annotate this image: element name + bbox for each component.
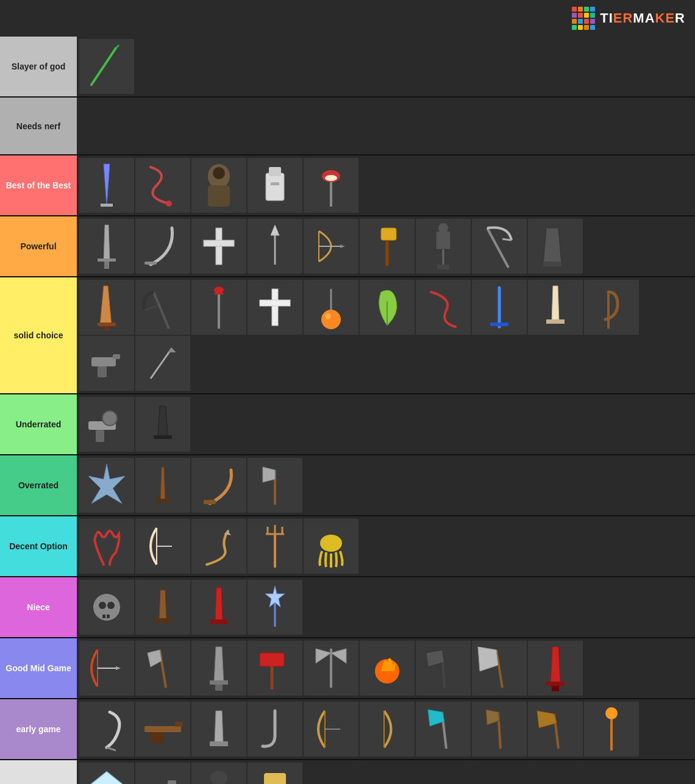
item-bow-arrow[interactable] (304, 219, 358, 274)
item-sickle[interactable] (79, 702, 134, 757)
item-spike-star[interactable] (79, 458, 134, 513)
item-curved-sword[interactable] (135, 219, 190, 274)
svg-rect-66 (155, 499, 170, 502)
svg-rect-83 (107, 615, 110, 618)
item-golden-hammer[interactable] (360, 219, 415, 274)
item-pistol[interactable] (79, 336, 134, 391)
svg-rect-27 (436, 231, 451, 249)
item-big-axe[interactable] (472, 641, 527, 696)
tier-items-powerful (77, 216, 695, 276)
svg-rect-114 (151, 732, 163, 743)
item-red-antler[interactable] (79, 519, 134, 574)
item-wood-bow[interactable] (304, 702, 358, 757)
item-diamond-cube[interactable] (79, 763, 134, 784)
item-green-feather[interactable] (360, 280, 415, 335)
item-red-staff[interactable] (191, 280, 246, 335)
item-cross-axe[interactable] (304, 641, 358, 696)
item-trident[interactable] (248, 519, 302, 574)
item-blue-saber[interactable] (472, 280, 527, 335)
item-grey-sword2[interactable] (191, 641, 246, 696)
item-mallet[interactable] (248, 763, 302, 784)
item-brown-dagger2[interactable] (135, 580, 190, 635)
item-arrow-stick[interactable] (135, 336, 190, 391)
svg-rect-97 (215, 685, 223, 691)
tier-items-utility (77, 760, 695, 784)
item-spear[interactable] (248, 219, 302, 274)
svg-marker-125 (537, 711, 557, 728)
tier-label-slayer: Slayer of god (0, 37, 77, 96)
svg-point-7 (213, 167, 225, 179)
item-grey-sword[interactable] (79, 219, 134, 274)
item-rifle[interactable] (135, 702, 190, 757)
item-fire-orb[interactable] (360, 641, 415, 696)
svg-rect-3 (101, 204, 113, 207)
svg-rect-56 (98, 366, 107, 377)
svg-marker-108 (551, 647, 560, 683)
svg-rect-10 (271, 182, 279, 185)
svg-marker-14 (104, 225, 110, 262)
item-green-staff[interactable] (79, 39, 134, 94)
svg-point-28 (438, 223, 448, 233)
item-scythe[interactable] (472, 219, 527, 274)
item-red-whip[interactable] (416, 280, 471, 335)
item-cyan-axe[interactable] (416, 702, 471, 757)
item-dark-scythe[interactable] (135, 280, 190, 335)
item-hook[interactable] (248, 702, 302, 757)
item-blue-star-wand[interactable] (248, 580, 302, 635)
item-bone-sword[interactable] (528, 280, 583, 335)
item-white-cross[interactable] (191, 219, 246, 274)
item-old-pistol[interactable] (135, 763, 190, 784)
item-brown-axe[interactable] (472, 702, 527, 757)
item-bow2[interactable] (79, 641, 134, 696)
svg-marker-35 (100, 286, 112, 326)
item-brown-axe2[interactable] (528, 702, 583, 757)
item-snake-blade2[interactable] (191, 519, 246, 574)
tier-row-utility: Utility (0, 760, 695, 784)
svg-point-80 (99, 602, 106, 609)
item-white-knight[interactable] (248, 158, 302, 213)
item-red-sword2[interactable] (528, 641, 583, 696)
svg-point-47 (325, 313, 331, 319)
item-mushroom-staff[interactable] (304, 158, 358, 213)
item-dark-axe[interactable] (416, 641, 471, 696)
item-string-bow[interactable] (360, 702, 415, 757)
svg-marker-129 (91, 772, 122, 784)
item-red-knife[interactable] (191, 580, 246, 635)
item-red-hammer[interactable] (248, 641, 302, 696)
svg-rect-30 (437, 265, 449, 269)
item-orange-ball[interactable] (304, 280, 358, 335)
item-blue-blade[interactable] (79, 158, 134, 213)
item-skull-bomb[interactable] (79, 580, 134, 635)
svg-marker-86 (215, 588, 223, 621)
svg-line-111 (107, 747, 116, 750)
item-orange-staff[interactable] (584, 702, 639, 757)
item-chain-puppet[interactable] (416, 219, 471, 274)
item-dark-knife[interactable] (528, 219, 583, 274)
svg-marker-101 (316, 649, 331, 663)
item-axe3[interactable] (135, 641, 190, 696)
item-dark-dagger[interactable] (135, 397, 190, 452)
item-grey-knife[interactable] (191, 702, 246, 757)
svg-rect-82 (102, 615, 105, 618)
svg-marker-64 (88, 464, 125, 504)
item-curved-blade[interactable] (191, 458, 246, 513)
svg-marker-95 (214, 647, 224, 683)
item-hooded-figure[interactable] (191, 158, 246, 213)
item-dark-club[interactable] (191, 763, 246, 784)
svg-rect-112 (144, 726, 181, 732)
item-rusty-hook[interactable] (584, 280, 639, 335)
tier-items-needs-nerf (77, 98, 695, 154)
tier-list: Slayer of godNeeds nerfBest of the BestP… (0, 37, 695, 784)
item-brown-knife[interactable] (135, 458, 190, 513)
item-bone-bow[interactable] (135, 519, 190, 574)
item-yellow-squid[interactable] (304, 519, 358, 574)
item-revolver[interactable] (79, 397, 134, 452)
item-snake-whip[interactable] (135, 158, 190, 213)
item-white-cross2[interactable] (248, 280, 302, 335)
item-axe2[interactable] (248, 458, 302, 513)
svg-marker-123 (486, 710, 499, 725)
tier-label-niece: Niece (0, 577, 77, 637)
tier-label-decent: Decent Option (0, 516, 77, 576)
tier-items-slayer (77, 37, 695, 96)
item-katana[interactable] (79, 280, 134, 335)
